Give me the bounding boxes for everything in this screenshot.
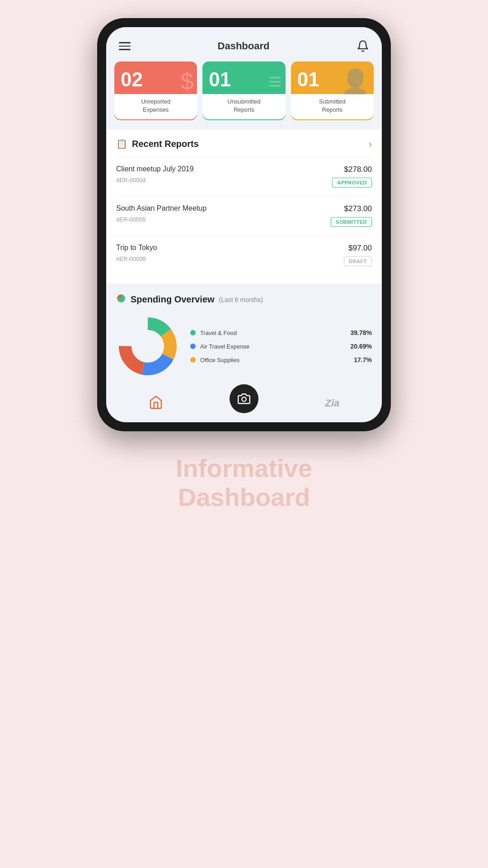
report-item-left: Client meetup July 2019 #ER-00004 [116,165,194,184]
page-title: Dashboard [218,40,270,52]
recent-reports-more-icon[interactable]: › [369,139,372,149]
report-name: Client meetup July 2019 [116,165,194,173]
report-name: South Asian Partner Meetup [116,204,206,212]
donut-chart [116,315,179,378]
bottom-text: Informative Dashboard [176,454,312,512]
zia-label: Zia [325,397,339,409]
spending-title: Spending Overview [131,294,215,305]
camera-nav-item[interactable] [230,384,258,413]
recent-reports-title: Recent Reports [132,139,199,149]
report-item-right: $97.00 DRAFT [344,244,372,266]
unreported-expenses-card[interactable]: 02 $ UnreportedExpenses [114,61,197,120]
submitted-label: SubmittedReports [291,94,374,119]
bottom-text-line2: Dashboard [176,483,312,512]
spending-overview-section: Spending Overview (Last 6 months) [106,284,382,387]
status-badge: SUBMITTED [331,217,372,227]
recent-reports-title-row: 📋 Recent Reports [116,138,199,149]
submitted-reports-card[interactable]: 01 👤 SubmittedReports [291,61,374,120]
report-amount: $278.00 [344,165,372,174]
report-items-list: Client meetup July 2019 #ER-00004 $278.0… [106,156,382,274]
phone-outer: Dashboard 02 $ UnreportedExpenses 01 [97,18,391,431]
legend-dot-travel [190,330,196,335]
recent-reports-header: 📋 Recent Reports › [116,138,372,149]
report-id: #ER-00004 [116,177,194,184]
report-item-right: $273.00 SUBMITTED [331,204,372,227]
report-item-left: Trip to Tokyo #ER-00006 [116,244,157,262]
notifications-icon[interactable] [357,40,369,52]
spending-content: Travel & Food 39.78% Air Travel Expense … [116,315,372,378]
legend-pct-travel: 39.78% [351,329,372,336]
phone-screen: Dashboard 02 $ UnreportedExpenses 01 [106,27,382,422]
report-amount: $273.00 [344,204,372,213]
legend-pct-office: 17.7% [354,356,372,363]
report-item-right: $278.00 APPROVED [332,165,372,188]
unsubmitted-reports-card[interactable]: 01 ≡ UnsubmittedReports [202,61,285,120]
spending-subtitle: (Last 6 months) [219,296,263,303]
legend-item-travel-food: Travel & Food 39.78% [190,329,372,336]
report-id: #ER-00006 [116,255,157,262]
reports-book-icon: 📋 [116,138,127,149]
status-badge: DRAFT [344,256,372,266]
phone-frame: Dashboard 02 $ UnreportedExpenses 01 [81,0,407,868]
submitted-count: 01 [297,70,367,90]
status-badge: APPROVED [332,178,372,188]
legend-dot-office [190,357,196,363]
bottom-text-section: Informative Dashboard [158,431,330,526]
report-id: #ER-00005 [116,216,206,223]
menu-icon[interactable] [119,42,131,50]
report-amount: $97.00 [348,244,372,253]
report-item[interactable]: Trip to Tokyo #ER-00006 $97.00 DRAFT [116,235,372,274]
header: Dashboard [106,27,382,61]
svg-point-4 [133,332,162,361]
legend-label-office: Office Supplies [200,357,349,363]
summary-cards: 02 $ UnreportedExpenses 01 ≡ Unsubmitted… [106,61,382,129]
zia-nav-item[interactable]: Zia [325,397,339,409]
report-item[interactable]: Client meetup July 2019 #ER-00004 $278.0… [116,156,372,196]
report-name: Trip to Tokyo [116,244,157,252]
bottom-nav: Zia [106,387,382,422]
report-item-left: South Asian Partner Meetup #ER-00005 [116,204,206,223]
legend-label-travel: Travel & Food [200,330,346,336]
bottom-text-line1: Informative [176,454,312,483]
legend-label-air: Air Travel Expense [200,343,346,350]
spending-header: Spending Overview (Last 6 months) [116,293,372,306]
unsubmitted-label: UnsubmittedReports [202,94,285,119]
unreported-count: 02 [121,70,191,90]
spending-legend: Travel & Food 39.78% Air Travel Expense … [190,329,372,363]
pie-chart-icon [116,293,126,306]
home-nav-item[interactable] [149,395,163,411]
recent-reports-section: 📋 Recent Reports › Client meetup July 20… [106,129,382,283]
report-item[interactable]: South Asian Partner Meetup #ER-00005 $27… [116,196,372,235]
unreported-label: UnreportedExpenses [114,94,197,119]
legend-item-air-travel: Air Travel Expense 20.69% [190,343,372,350]
legend-dot-air [190,344,196,349]
unsubmitted-count: 01 [209,70,279,90]
legend-pct-air: 20.69% [351,343,372,350]
svg-point-5 [242,397,246,401]
legend-item-office: Office Supplies 17.7% [190,356,372,363]
